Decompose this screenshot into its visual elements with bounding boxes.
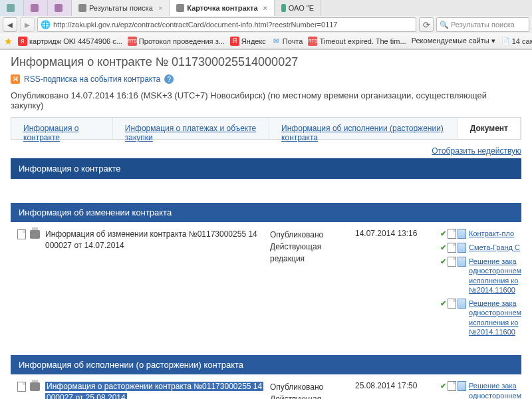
bookmark-item[interactable]: якартридж OKI 44574906 с... xyxy=(18,37,122,46)
document-item: ✔ Смета-Гранд С xyxy=(440,243,527,253)
entry-title: Информация об изменении контракта №01173… xyxy=(45,229,265,251)
bookmark-label: Яндекс xyxy=(241,37,266,45)
document-link[interactable]: Смета-Гранд С xyxy=(469,243,520,253)
show-invalid-row: Отобразить недействую xyxy=(11,146,521,156)
document-item: ✔ Решение закаодностороннемисполнения ко… xyxy=(440,381,527,399)
page-icon[interactable] xyxy=(448,257,456,267)
page-blue-icon[interactable] xyxy=(458,243,466,253)
search-icon: 🔍 xyxy=(440,21,449,29)
bookmark-label: 14 самых богатых зв... xyxy=(512,37,532,45)
print-icon[interactable] xyxy=(29,381,40,392)
bookmark-item[interactable]: 📄14 самых богатых зв... xyxy=(501,37,532,46)
browser-tabs: Результаты поиска× Карточка контракта× О… xyxy=(0,0,532,16)
page-icon[interactable] xyxy=(448,381,456,391)
entry-date: 14.07.2014 13:16 xyxy=(355,229,435,238)
bookmark-item[interactable]: ЯЯндекс xyxy=(230,37,266,46)
rts-icon: RTS xyxy=(308,37,317,46)
page-icon[interactable] xyxy=(448,243,456,253)
status-published: Опубликовано xyxy=(270,229,350,241)
entry-status: Опубликовано Действующая редакция xyxy=(270,229,350,265)
section-contract-info-header: Информация о контракте xyxy=(11,158,521,179)
page-icon[interactable] xyxy=(448,299,456,309)
entry-row: Информация об изменении контракта №01173… xyxy=(11,222,521,347)
document-icon[interactable] xyxy=(16,381,27,392)
search-text: Результаты поиска xyxy=(451,21,515,29)
entry-title-highlighted: 000027 от 25.08.2014 xyxy=(45,393,127,399)
yandex-icon: Я xyxy=(230,37,239,46)
tab-execution[interactable]: Информация об исполнении (расторжении) к… xyxy=(269,118,458,139)
tab-documents[interactable]: Документ xyxy=(458,118,521,139)
page-blue-icon[interactable] xyxy=(458,229,466,239)
page-title: Информация о контракте № 011730002551400… xyxy=(11,55,521,69)
page-blue-icon[interactable] xyxy=(458,257,466,267)
document-list: ✔ Решение закаодностороннемисполнения ко… xyxy=(440,381,527,399)
page-icon[interactable] xyxy=(448,229,456,239)
page-icon: 📄 xyxy=(501,37,510,46)
entry-status: Опубликовано Действующая редакция xyxy=(270,381,350,399)
status-published: Опубликовано xyxy=(270,381,350,393)
tab-contract-info[interactable]: Информация о контракте xyxy=(11,118,113,139)
entry-title: Информация о расторжении контракта №0117… xyxy=(45,381,265,399)
document-link[interactable]: Решение закаодностороннемисполнения ко№2… xyxy=(469,381,521,399)
refresh-button[interactable]: ⟳ xyxy=(419,17,434,32)
browser-tab[interactable] xyxy=(24,0,48,16)
url-text: http://zakupki.gov.ru/epz/contract/contr… xyxy=(53,21,337,29)
tab-label: Карточка контракта xyxy=(187,4,257,12)
tab-payments[interactable]: Информация о платежах и объекте закупки xyxy=(113,118,269,139)
check-icon: ✔ xyxy=(440,243,446,253)
document-item: ✔ Контракт-пло xyxy=(440,229,527,239)
rss-subscribe: ⌘ RSS-подписка на события контракта ? xyxy=(11,74,521,84)
page-blue-icon[interactable] xyxy=(458,299,466,309)
page-content: Информация о контракте № 011730002551400… xyxy=(0,50,532,399)
print-icon[interactable] xyxy=(29,229,40,239)
check-icon: ✔ xyxy=(440,381,446,399)
browser-tab[interactable] xyxy=(0,0,24,16)
browser-tab-active[interactable]: Карточка контракта× xyxy=(170,0,275,16)
check-icon: ✔ xyxy=(440,229,446,239)
check-icon: ✔ xyxy=(440,257,446,295)
mail-icon: ✉ xyxy=(271,37,281,46)
document-link[interactable]: Контракт-пло xyxy=(469,229,514,239)
nav-toolbar: ◄ ► 🌐 http://zakupki.gov.ru/epz/contract… xyxy=(0,16,532,33)
status-current: Действующая редакция xyxy=(270,393,350,399)
status-current: Действующая редакция xyxy=(270,241,350,265)
document-link[interactable]: Решение закаодностороннемисполнения ко№2… xyxy=(469,299,521,336)
document-link[interactable]: Решение закаодностороннемисполнения ко№2… xyxy=(469,257,521,295)
yandex-icon: я xyxy=(18,37,27,46)
bookmark-item[interactable]: ✉Почта xyxy=(271,37,303,46)
entry-title-highlighted: Информация о расторжении контракта №0117… xyxy=(45,382,263,391)
bookmark-label: Почта xyxy=(283,37,303,45)
show-invalid-link[interactable]: Отобразить недействую xyxy=(432,146,521,156)
entry-row: Информация о расторжении контракта №0117… xyxy=(11,374,521,399)
document-list: ✔ Контракт-пло ✔ Смета-Гранд С ✔ Решение… xyxy=(440,229,527,340)
document-icon[interactable] xyxy=(16,229,27,239)
rss-link[interactable]: RSS-подписка на события контракта xyxy=(24,74,160,84)
forward-button[interactable]: ► xyxy=(20,17,35,32)
entry-title-line1: Информация об изменении контракта №01173… xyxy=(45,229,257,239)
back-button[interactable]: ◄ xyxy=(3,17,17,32)
favorites-button[interactable]: ★ xyxy=(4,36,13,47)
entry-date: 25.08.2014 17:50 xyxy=(355,381,435,390)
section-change-header: Информация об изменении контракта xyxy=(11,203,521,222)
published-text: Опубликовано 14.07.2014 16:16 (MSK+3 (UT… xyxy=(11,90,521,110)
entry-action-icons xyxy=(16,381,40,392)
browser-tab[interactable]: ОАО "Е xyxy=(275,0,321,16)
bookmark-label: Рекомендуемые сайты ▾ xyxy=(412,37,495,45)
entry-action-icons xyxy=(16,229,40,239)
browser-chrome: Результаты поиска× Карточка контракта× О… xyxy=(0,0,532,50)
url-bar[interactable]: 🌐 http://zakupki.gov.ru/epz/contract/con… xyxy=(37,17,416,32)
search-box[interactable]: 🔍 Результаты поиска xyxy=(436,17,529,32)
check-icon: ✔ xyxy=(440,299,446,336)
close-icon[interactable]: × xyxy=(158,4,162,12)
help-icon[interactable]: ? xyxy=(164,74,174,84)
bookmark-label: картридж OKI 44574906 с... xyxy=(29,37,122,45)
browser-tab[interactable]: Результаты поиска× xyxy=(72,0,170,16)
close-icon[interactable]: × xyxy=(263,4,267,12)
bookmark-item[interactable]: RTSTimeout expired. The tim... xyxy=(308,37,406,46)
bookmark-item[interactable]: RTSПротокол проведения з... xyxy=(128,37,225,46)
tab-label: ОАО "Е xyxy=(289,4,314,12)
bookmark-item[interactable]: Рекомендуемые сайты ▾ xyxy=(412,37,495,45)
document-item: ✔ Решение закаодностороннемисполнения ко… xyxy=(440,299,527,336)
browser-tab[interactable] xyxy=(48,0,72,16)
page-blue-icon[interactable] xyxy=(458,381,466,391)
